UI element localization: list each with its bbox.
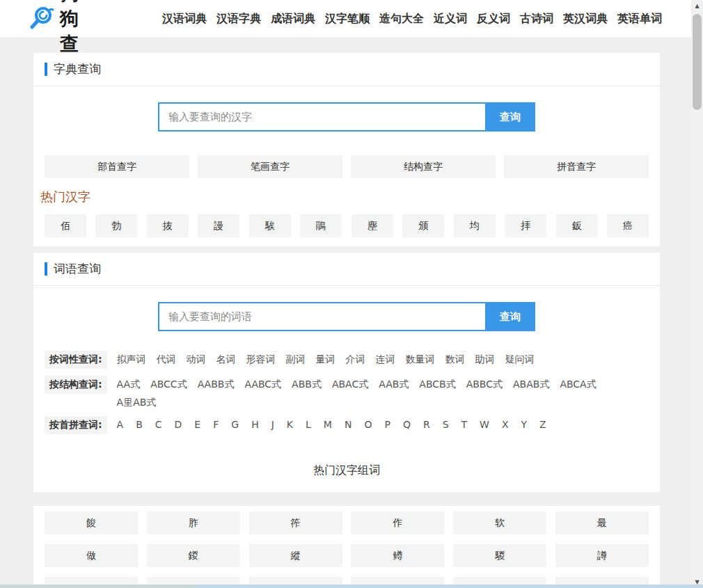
filter-item[interactable]: G	[231, 419, 239, 430]
filter-item[interactable]: 助词	[475, 353, 495, 366]
nav-link[interactable]: 汉语词典	[162, 12, 207, 26]
filter-item[interactable]: L	[306, 419, 311, 430]
hot-character-button[interactable]: 抜	[147, 214, 189, 237]
filter-item[interactable]: C	[155, 419, 162, 430]
hot-character-button[interactable]: 騃	[249, 214, 291, 237]
word-search-button[interactable]: 查询	[485, 302, 535, 331]
horizontal-scrollbar[interactable]	[0, 585, 703, 588]
filter-item[interactable]: T	[461, 419, 468, 430]
hot-word-button[interactable]: 鍐	[147, 544, 240, 567]
filter-item[interactable]: 连词	[376, 353, 395, 366]
lookup-method-button[interactable]: 部首查字	[45, 155, 189, 178]
nav-link[interactable]: 近义词	[434, 12, 467, 26]
word-search-input[interactable]	[158, 302, 485, 331]
filter-item[interactable]: Z	[539, 419, 546, 430]
hot-character-button[interactable]: 拝	[505, 214, 546, 237]
hot-word-button[interactable]: 餕	[45, 511, 138, 534]
nav-link[interactable]: 古诗词	[520, 12, 553, 26]
lookup-method-button[interactable]: 结构查字	[351, 155, 496, 178]
nav-link[interactable]: 英语单词	[617, 12, 662, 26]
filter-item[interactable]: R	[423, 419, 430, 430]
filter-item[interactable]: ABCB式	[419, 379, 455, 391]
hot-word-button[interactable]: 软	[453, 511, 546, 534]
filter-item[interactable]: 动词	[187, 353, 206, 366]
filter-item[interactable]: AABC式	[244, 379, 281, 391]
filter-item[interactable]: 介词	[346, 353, 365, 366]
filter-item[interactable]: Q	[403, 419, 411, 430]
filter-item[interactable]: 拟声词	[117, 353, 146, 366]
hot-character-button[interactable]: 癌	[607, 214, 649, 237]
hot-word-grid-card: 餕胙筰作软最 做鍐縱鳟騣譐	[33, 506, 660, 588]
word-search-card: 词语查询 查询 按词性查词: 拟声词代词动词名词形容词副词量词介词连词数量词数词…	[33, 253, 660, 492]
site-logo[interactable]: 狗狗查	[28, 0, 80, 56]
character-search-button[interactable]: 查询	[485, 102, 535, 132]
hot-characters-row: 佰勃抜謾騃鵑塵颁均拝鈑癌	[45, 214, 649, 237]
hot-word-button[interactable]: 譐	[555, 544, 649, 567]
filter-item[interactable]: X	[502, 419, 509, 430]
filter-item[interactable]: ABBC式	[466, 379, 503, 391]
hot-character-button[interactable]: 勃	[95, 214, 137, 237]
hot-word-button[interactable]: 筰	[249, 511, 342, 534]
filter-item[interactable]: D	[175, 419, 182, 430]
filter-item[interactable]: A里AB式	[117, 397, 157, 409]
hot-character-button[interactable]: 鵑	[300, 214, 342, 237]
hot-character-button[interactable]: 鈑	[556, 214, 598, 237]
lookup-method-button[interactable]: 笔画查字	[198, 155, 342, 178]
filter-item[interactable]: AABB式	[198, 379, 235, 391]
hot-word-button[interactable]: 做	[45, 544, 138, 567]
filter-item[interactable]: M	[324, 419, 332, 430]
filter-item[interactable]: ABAB式	[513, 379, 549, 391]
vertical-scrollbar-thumb[interactable]	[693, 14, 702, 110]
filter-item[interactable]: E	[194, 419, 200, 430]
hot-word-button[interactable]: 騣	[453, 544, 546, 567]
filter-item[interactable]: W	[480, 419, 489, 430]
scroll-up-arrow-icon[interactable]: ▲	[691, 0, 703, 12]
top-navbar: 狗狗查 汉语词典汉语字典成语词典汉字笔顺造句大全近义词反义词古诗词英汉词典英语单…	[0, 0, 703, 38]
filter-item[interactable]: Y	[521, 419, 528, 430]
lookup-method-button[interactable]: 拼音查字	[504, 155, 649, 178]
filter-item[interactable]: K	[287, 419, 293, 430]
hot-word-button[interactable]: 縱	[249, 544, 342, 567]
filter-item[interactable]: P	[384, 419, 390, 430]
nav-link[interactable]: 汉字笔顺	[325, 12, 370, 26]
filter-item[interactable]: 代词	[157, 353, 176, 366]
vertical-scrollbar[interactable]: ▲ ▼	[691, 0, 703, 588]
horizontal-scrollbar-thumb[interactable]	[0, 585, 195, 588]
nav-link[interactable]: 造句大全	[379, 12, 424, 26]
filter-item[interactable]: ABB式	[292, 379, 322, 391]
filter-item[interactable]: 数量词	[406, 353, 435, 366]
hot-character-button[interactable]: 塵	[352, 214, 393, 237]
filter-item[interactable]: 名词	[216, 353, 236, 366]
hot-character-button[interactable]: 颁	[402, 214, 444, 237]
filter-item[interactable]: ABCC式	[150, 379, 187, 391]
filter-item[interactable]: AA式	[117, 379, 141, 391]
filter-item[interactable]: B	[136, 419, 143, 430]
filter-item[interactable]: S	[443, 419, 449, 430]
nav-link[interactable]: 英汉词典	[563, 12, 608, 26]
filter-item[interactable]: ABCA式	[560, 379, 596, 391]
filter-item[interactable]: ABAC式	[332, 379, 368, 391]
filter-item[interactable]: 副词	[286, 353, 306, 366]
hot-word-button[interactable]: 鳟	[351, 544, 444, 567]
filter-item[interactable]: J	[271, 419, 274, 430]
filter-item[interactable]: 量词	[316, 353, 335, 366]
filter-item[interactable]: H	[251, 419, 259, 430]
hot-character-button[interactable]: 佰	[45, 214, 86, 237]
hot-character-button[interactable]: 均	[454, 214, 496, 237]
filter-item[interactable]: 数词	[445, 353, 465, 366]
filter-item[interactable]: A	[117, 419, 124, 430]
hot-word-button[interactable]: 作	[351, 511, 444, 534]
filter-item[interactable]: N	[345, 419, 352, 430]
hot-character-button[interactable]: 謾	[198, 214, 239, 237]
filter-item[interactable]: 形容词	[246, 353, 276, 366]
filter-item[interactable]: O	[364, 419, 372, 430]
nav-link[interactable]: 反义词	[477, 12, 510, 26]
filter-item[interactable]: F	[213, 419, 219, 430]
filter-item[interactable]: 疑问词	[505, 353, 535, 366]
hot-word-button[interactable]: 最	[555, 511, 649, 534]
character-search-input[interactable]	[158, 102, 485, 132]
hot-word-button[interactable]: 胙	[147, 511, 240, 534]
filter-item[interactable]: AAB式	[379, 379, 409, 391]
nav-link[interactable]: 成语词典	[271, 12, 315, 26]
nav-link[interactable]: 汉语字典	[216, 12, 261, 26]
